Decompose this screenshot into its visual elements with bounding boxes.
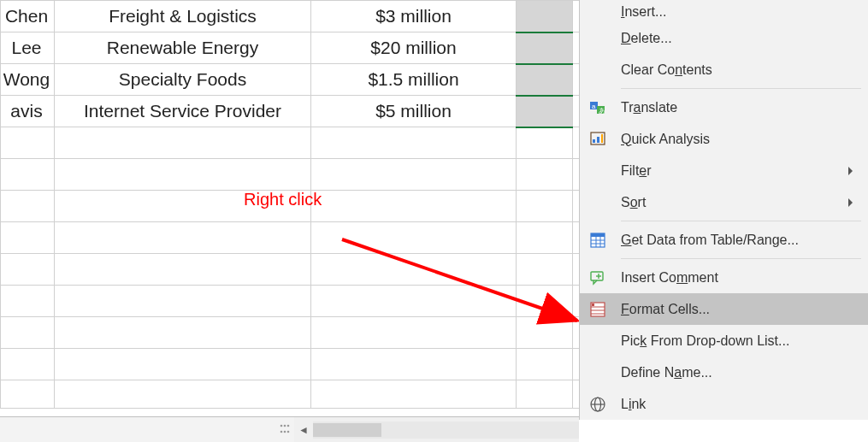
translate-icon: aあ bbox=[588, 98, 607, 117]
submenu-arrow-icon bbox=[848, 198, 853, 207]
svg-point-31 bbox=[284, 431, 286, 433]
menu-label: Sort bbox=[621, 195, 646, 210]
table-row[interactable]: Chen Freight & Logistics $3 million bbox=[1, 1, 636, 32]
menu-label: Insert Comment bbox=[621, 270, 718, 286]
menu-sort[interactable]: Sort bbox=[580, 186, 868, 218]
menu-insert-comment[interactable]: Insert Comment bbox=[580, 262, 868, 293]
svg-point-28 bbox=[284, 425, 286, 427]
sheet-tab-area[interactable] bbox=[0, 416, 294, 442]
sheet-bottom-gap bbox=[0, 408, 579, 416]
svg-rect-9 bbox=[601, 134, 603, 143]
table-row[interactable] bbox=[1, 254, 636, 286]
annotation-right-click: Right click bbox=[244, 190, 322, 209]
menu-insert[interactable]: Insert... bbox=[580, 0, 868, 22]
tab-resizer-icon[interactable] bbox=[279, 423, 291, 435]
svg-rect-11 bbox=[591, 233, 605, 237]
scroll-track[interactable] bbox=[313, 421, 579, 439]
menu-separator bbox=[621, 88, 861, 89]
menu-define-name[interactable]: Define Name... bbox=[580, 357, 868, 388]
menu-label: Pick From Drop-down List... bbox=[621, 333, 789, 349]
svg-point-30 bbox=[280, 431, 283, 433]
scroll-left-button[interactable]: ◄ bbox=[294, 417, 313, 442]
menu-label: Link bbox=[621, 397, 646, 412]
svg-rect-23 bbox=[592, 304, 594, 306]
menu-label: Delete... bbox=[621, 31, 672, 46]
menu-label: Format Cells... bbox=[621, 302, 710, 317]
svg-point-29 bbox=[287, 425, 290, 427]
cell-amount[interactable]: $3 million bbox=[311, 1, 517, 32]
table-row[interactable]: avis Internet Service Provider $5 millio… bbox=[1, 96, 636, 127]
svg-point-27 bbox=[280, 425, 283, 427]
svg-text:あ: あ bbox=[599, 107, 605, 115]
submenu-arrow-icon bbox=[848, 167, 853, 175]
table-row[interactable] bbox=[1, 159, 636, 191]
cell-industry[interactable]: Internet Service Provider bbox=[55, 96, 311, 127]
cell-industry[interactable]: Freight & Logistics bbox=[55, 1, 311, 32]
menu-delete[interactable]: Delete... bbox=[580, 22, 868, 54]
comment-icon bbox=[588, 268, 607, 287]
table-row[interactable] bbox=[1, 222, 636, 254]
selected-column-cell[interactable] bbox=[517, 64, 573, 96]
cell-name[interactable]: Lee bbox=[1, 32, 55, 64]
cell-amount[interactable]: $1.5 million bbox=[311, 64, 517, 96]
table-row[interactable] bbox=[1, 317, 636, 349]
table-row[interactable]: Lee Renewable Energy $20 million bbox=[1, 32, 636, 64]
table-row[interactable] bbox=[1, 286, 636, 317]
menu-label: Insert... bbox=[621, 4, 666, 20]
cell-industry[interactable]: Specialty Foods bbox=[55, 64, 311, 96]
menu-filter[interactable]: Filter bbox=[580, 155, 868, 186]
cell-amount[interactable]: $20 million bbox=[311, 32, 517, 64]
selected-column-cell[interactable] bbox=[517, 1, 573, 32]
menu-pick-from-list[interactable]: Pick From Drop-down List... bbox=[580, 325, 868, 357]
svg-text:a: a bbox=[592, 103, 596, 110]
menu-separator bbox=[621, 258, 861, 259]
horizontal-scrollbar[interactable]: ◄ bbox=[294, 416, 579, 442]
context-menu: Insert... Delete... Clear Contents aあ Tr… bbox=[579, 0, 868, 420]
cell-industry[interactable]: Renewable Energy bbox=[55, 32, 311, 64]
menu-clear-contents[interactable]: Clear Contents bbox=[580, 54, 868, 85]
selected-column-cell[interactable] bbox=[517, 32, 573, 64]
svg-point-32 bbox=[287, 431, 290, 433]
menu-label: Get Data from Table/Range... bbox=[621, 233, 799, 248]
table-row[interactable] bbox=[1, 380, 636, 412]
link-icon bbox=[588, 395, 607, 414]
format-cells-icon bbox=[588, 300, 607, 319]
scroll-thumb[interactable] bbox=[313, 423, 381, 437]
cell-name[interactable]: Wong bbox=[1, 64, 55, 96]
table-row[interactable] bbox=[1, 127, 636, 159]
menu-label: Clear Contents bbox=[621, 62, 712, 78]
menu-format-cells[interactable]: Format Cells... bbox=[580, 293, 868, 325]
menu-label: Quick Analysis bbox=[621, 132, 710, 147]
table-row[interactable] bbox=[1, 349, 636, 380]
selected-column-cell[interactable] bbox=[517, 96, 573, 127]
cell-amount[interactable]: $5 million bbox=[311, 96, 517, 127]
table-row[interactable]: Wong Specialty Foods $1.5 million bbox=[1, 64, 636, 96]
menu-get-data[interactable]: Get Data from Table/Range... bbox=[580, 224, 868, 256]
menu-translate[interactable]: aあ Translate bbox=[580, 91, 868, 123]
svg-rect-8 bbox=[597, 137, 599, 143]
table-icon bbox=[588, 231, 607, 250]
cell-name[interactable]: Chen bbox=[1, 1, 55, 32]
menu-quick-analysis[interactable]: Quick Analysis bbox=[580, 123, 868, 155]
quick-analysis-icon bbox=[588, 130, 607, 149]
menu-link[interactable]: Link bbox=[580, 388, 868, 420]
menu-label: Define Name... bbox=[621, 365, 712, 380]
menu-label: Filter bbox=[621, 163, 652, 179]
menu-label: Translate bbox=[621, 100, 677, 115]
menu-separator bbox=[621, 221, 861, 221]
bottom-bar: ◄ bbox=[0, 416, 579, 442]
svg-rect-7 bbox=[593, 139, 595, 143]
cell-name[interactable]: avis bbox=[1, 96, 55, 127]
